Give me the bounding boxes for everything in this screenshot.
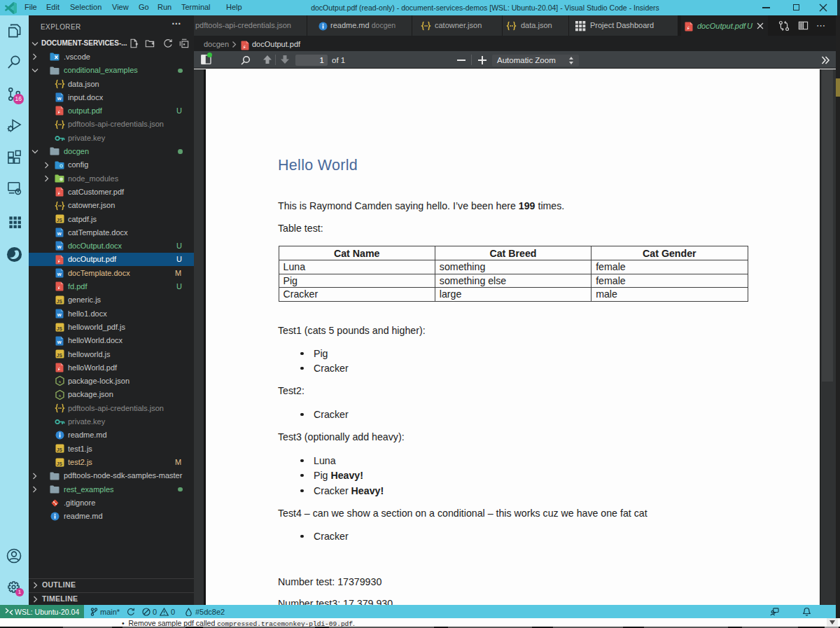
svg-text:w: w	[57, 339, 62, 345]
svg-text:w: w	[57, 312, 62, 318]
svg-text:w: w	[57, 95, 62, 102]
svg-text:w: w	[57, 271, 62, 277]
svg-text:s: s	[59, 379, 62, 384]
svg-text:w: w	[57, 230, 62, 237]
svg-text:JS: JS	[57, 326, 63, 330]
svg-text:JS: JS	[57, 461, 63, 466]
svg-text:JS: JS	[57, 218, 63, 223]
svg-text:s: s	[59, 393, 62, 397]
svg-text:JS: JS	[57, 353, 63, 358]
svg-text:w: w	[57, 244, 62, 250]
svg-text:JS: JS	[57, 299, 63, 304]
svg-text:JS: JS	[57, 447, 63, 452]
